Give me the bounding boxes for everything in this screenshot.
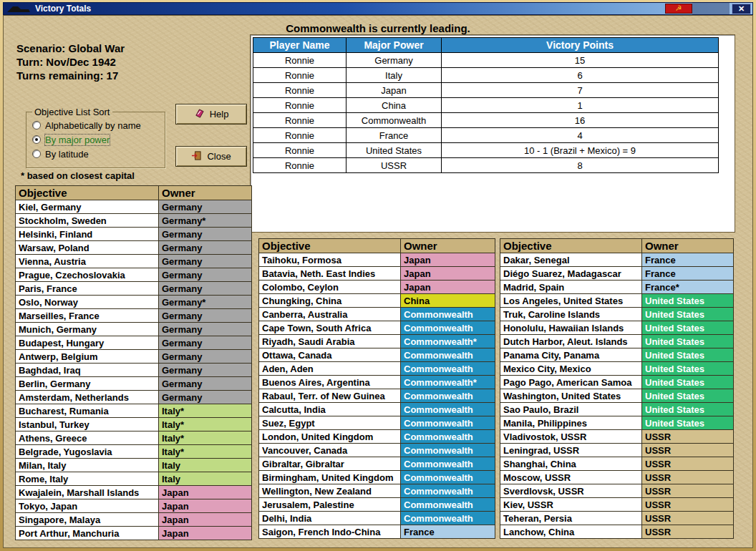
objective-row: Istanbul, TurkeyItaly* bbox=[16, 418, 252, 431]
objective-cell: Shanghai, China bbox=[500, 457, 642, 471]
owner-cell: Germany bbox=[159, 255, 252, 268]
col-owner: Owner bbox=[401, 239, 495, 253]
victory-points-cell: 10 - 1 (Brazil + Mexico) = 9 bbox=[442, 143, 719, 158]
help-button[interactable]: Help bbox=[175, 104, 247, 125]
objective-cell: Helsinki, Finland bbox=[16, 228, 159, 241]
sort-options: Alphabetically by nameBy major powerBy l… bbox=[32, 118, 160, 161]
objective-cell: Chungking, China bbox=[259, 294, 401, 308]
owner-cell: Germany bbox=[159, 309, 252, 323]
objective-row: Marseilles, FranceGermany bbox=[16, 309, 252, 323]
objective-row: Baghdad, IraqGermany bbox=[16, 364, 252, 377]
owner-cell: Commonwealth bbox=[401, 321, 495, 335]
player-row: RonnieChina1 bbox=[253, 98, 719, 113]
objective-row: Rabaul, Terr. of New GuineaCommonwealth bbox=[259, 389, 495, 403]
objective-cell: Batavia, Neth. East Indies bbox=[259, 267, 401, 281]
victory-points-cell: 8 bbox=[442, 158, 719, 173]
objective-header-row: Objective Owner bbox=[16, 186, 252, 200]
col-objective: Objective bbox=[16, 186, 159, 200]
close-button[interactable]: Close bbox=[175, 146, 247, 167]
radio-icon[interactable] bbox=[32, 150, 41, 158]
objective-cell: Honolulu, Hawaiian Islands bbox=[500, 321, 642, 335]
objective-cell: Truk, Caroline Islands bbox=[500, 308, 642, 321]
objective-cell: Delhi, India bbox=[259, 512, 401, 525]
objective-cell: Athens, Greece bbox=[16, 431, 159, 445]
objective-row: Manila, PhilippinesUnited States bbox=[500, 416, 734, 430]
player-name-cell: Ronnie bbox=[253, 143, 346, 158]
player-name-cell: Ronnie bbox=[253, 128, 346, 143]
objective-row: Gibraltar, GibraltarCommonwealth bbox=[259, 457, 495, 471]
owner-cell: Commonwealth bbox=[401, 308, 495, 321]
objective-cell: Dakar, Senegal bbox=[500, 253, 642, 267]
objective-row: Belgrade, YugoslaviaItaly* bbox=[16, 445, 252, 459]
owner-cell: Commonwealth bbox=[401, 471, 495, 484]
turn-line: Turn: Nov/Dec 1942 bbox=[16, 55, 125, 69]
objective-sort-groupbox: Objective List Sort Alphabetically by na… bbox=[26, 107, 165, 168]
objective-cell: Sao Paulo, Brazil bbox=[500, 403, 642, 416]
objective-cell: Aden, Aden bbox=[259, 362, 401, 376]
help-button-label: Help bbox=[210, 109, 229, 120]
sort-option-alphabetically-by-name[interactable]: Alphabetically by name bbox=[32, 118, 160, 132]
objective-table-left: Objective Owner Kiel, GermanyGermanyStoc… bbox=[15, 185, 252, 540]
victory-totals-window: Victory Totals ☭ ✕ Commonwealth is curre… bbox=[0, 0, 756, 551]
owner-cell: Italy* bbox=[159, 431, 252, 445]
objective-row: Jerusalem, PalestineCommonwealth bbox=[259, 498, 495, 512]
sort-option-by-major-power[interactable]: By major power bbox=[32, 132, 160, 147]
objective-row: Port Arthur, ManchuriaJapan bbox=[16, 527, 252, 540]
col-objective: Objective bbox=[259, 239, 401, 253]
victory-points-cell: 1 bbox=[442, 98, 719, 113]
owner-cell: Germany bbox=[159, 350, 252, 364]
app-icon[interactable] bbox=[6, 4, 31, 14]
objective-cell: Budapest, Hungary bbox=[16, 336, 159, 350]
objective-cell: Marseilles, France bbox=[16, 309, 159, 323]
close-button-label: Close bbox=[207, 151, 231, 162]
objective-cell: Ottawa, Canada bbox=[259, 348, 401, 362]
major-power-cell: Italy bbox=[346, 68, 442, 83]
owner-cell: Italy* bbox=[159, 445, 252, 459]
sort-option-label: Alphabetically by name bbox=[45, 120, 141, 131]
radio-icon[interactable] bbox=[32, 135, 41, 144]
objective-row: Wellington, New ZealandCommonwealth bbox=[259, 484, 495, 498]
objective-cell: Vladivostok, USSR bbox=[500, 430, 642, 444]
owner-cell: Japan bbox=[159, 499, 252, 513]
owner-cell: Commonwealth* bbox=[401, 376, 495, 389]
objective-cell: Munich, Germany bbox=[16, 323, 159, 336]
objective-cell: Gibraltar, Gibraltar bbox=[259, 457, 401, 471]
objective-cell: Rabaul, Terr. of New Guinea bbox=[259, 389, 401, 403]
sort-option-label: By major power bbox=[45, 135, 110, 145]
turns-remaining-line: Turns remaining: 17 bbox=[16, 69, 125, 82]
close-icon[interactable]: ✕ bbox=[732, 4, 751, 14]
radio-icon[interactable] bbox=[32, 121, 41, 130]
objective-cell: Washington, United States bbox=[500, 389, 642, 403]
sort-option-by-latitude[interactable]: By latitude bbox=[32, 147, 160, 161]
objective-cell: Stockholm, Sweden bbox=[16, 214, 159, 228]
major-power-cell: Japan bbox=[346, 83, 442, 98]
objective-cell: Oslo, Norway bbox=[16, 296, 159, 309]
owner-cell: United States bbox=[642, 389, 734, 403]
players-panel: Player Name Major Power Victory Points R… bbox=[250, 34, 735, 233]
objective-cell: Paris, France bbox=[16, 282, 159, 296]
capital-footnote: * based on closest capital bbox=[21, 170, 135, 181]
objective-row: Sao Paulo, BrazilUnited States bbox=[500, 403, 734, 416]
objective-cell: Rome, Italy bbox=[16, 472, 159, 486]
owner-cell: United States bbox=[642, 348, 734, 362]
window-title: Victory Totals bbox=[35, 4, 91, 14]
titlebar: Victory Totals ☭ ✕ bbox=[3, 2, 753, 15]
objective-row: Aden, AdenCommonwealth bbox=[259, 362, 495, 376]
objective-sort-title: Objective List Sort bbox=[32, 107, 112, 117]
owner-cell: Germany bbox=[159, 323, 252, 336]
col-owner: Owner bbox=[642, 239, 734, 253]
owner-cell: France* bbox=[642, 281, 734, 294]
owner-cell: United States bbox=[642, 294, 734, 308]
col-major-power: Major Power bbox=[346, 38, 442, 53]
objective-cell: Madrid, Spain bbox=[500, 281, 642, 294]
owner-cell: Italy bbox=[159, 472, 252, 486]
owner-cell: USSR bbox=[642, 471, 734, 484]
major-power-cell: China bbox=[346, 98, 442, 113]
owner-cell: Commonwealth bbox=[401, 457, 495, 471]
player-row: RonnieCommonwealth16 bbox=[253, 113, 719, 128]
owner-cell: USSR bbox=[642, 498, 734, 512]
objective-row: Helsinki, FinlandGermany bbox=[16, 228, 252, 241]
owner-cell: Italy* bbox=[159, 418, 252, 431]
objective-row: Pago Pago, American SamoaUnited States bbox=[500, 376, 734, 389]
col-owner: Owner bbox=[159, 186, 252, 200]
